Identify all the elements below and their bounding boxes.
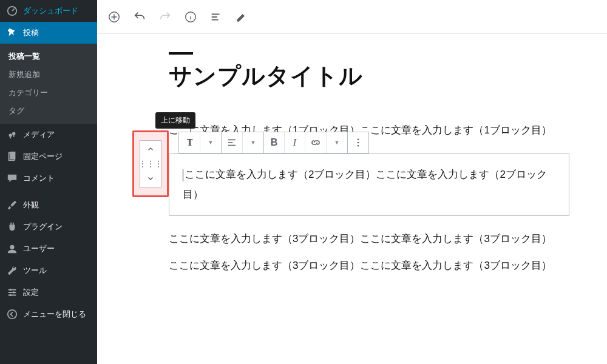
bold-button[interactable]: B [264, 132, 285, 153]
brush-icon [6, 199, 18, 211]
sidebar-item-collapse[interactable]: メニューを閉じる [0, 303, 97, 325]
svg-rect-16 [228, 143, 233, 144]
align-dropdown[interactable]: ▼ [243, 132, 263, 153]
svg-point-5 [10, 245, 14, 249]
svg-point-18 [358, 139, 359, 141]
collapse-icon [6, 308, 18, 320]
post-title-block[interactable]: サンプルタイトル [169, 52, 584, 92]
dashboard-icon [6, 5, 18, 17]
paragraph-block-3a[interactable]: ここに文章を入力します（3ブロック目）ここに文章を入力します（3ブロック目） [169, 229, 569, 249]
svg-rect-4 [10, 152, 15, 160]
sidebar-label: 外観 [23, 200, 39, 211]
title-accent [169, 52, 193, 55]
submenu-posts-cat[interactable]: カテゴリー [0, 84, 97, 102]
svg-point-19 [358, 142, 359, 144]
submenu-posts-list[interactable]: 投稿一覧 [0, 47, 97, 66]
post-title[interactable]: サンプルタイトル [169, 61, 584, 92]
svg-rect-13 [212, 16, 217, 18]
sidebar-label: コメント [23, 173, 55, 184]
sidebar-item-appearance[interactable]: 外観 [0, 194, 97, 216]
undo-button[interactable] [131, 8, 148, 25]
sidebar-label: ダッシュボード [23, 5, 78, 16]
svg-point-6 [10, 289, 12, 291]
link-button[interactable] [305, 132, 327, 153]
outline-button[interactable] [208, 8, 225, 25]
sidebar-item-media[interactable]: メディア [0, 124, 97, 146]
move-up-button[interactable] [140, 141, 161, 158]
user-icon [6, 243, 18, 255]
text-cursor [183, 169, 183, 181]
italic-button[interactable]: I [285, 132, 305, 153]
wrench-icon [6, 265, 18, 277]
plug-icon [6, 221, 18, 233]
svg-rect-12 [212, 13, 220, 15]
paragraph-text[interactable]: ここに文章を入力します（2ブロック目）ここに文章を入力します（2ブロック目） [183, 169, 547, 200]
sidebar-label: プラグイン [23, 221, 63, 232]
sidebar-label: 固定ページ [23, 151, 63, 162]
sidebar-label: 設定 [23, 287, 39, 298]
move-up-tooltip: 上に移動 [155, 112, 195, 129]
svg-point-9 [8, 310, 16, 318]
sidebar-item-comments[interactable]: コメント [0, 167, 97, 189]
sidebar-item-dashboard[interactable]: ダッシュボード [0, 0, 97, 22]
pin-icon [6, 27, 18, 39]
comment-icon [6, 172, 18, 184]
sidebar-item-plugins[interactable]: プラグイン [0, 216, 97, 238]
block-type-button[interactable] [179, 132, 200, 153]
sidebar-label: メニューを閉じる [23, 309, 86, 320]
sidebar-label: ツール [23, 265, 47, 276]
sidebar-item-tools[interactable]: ツール [0, 260, 97, 281]
sidebar-item-settings[interactable]: 設定 [0, 281, 97, 303]
add-block-button[interactable] [106, 8, 123, 25]
rich-text-more-dropdown[interactable]: ▼ [327, 132, 347, 153]
posts-submenu: 投稿一覧 新規追加 カテゴリー タグ [0, 44, 97, 124]
svg-rect-15 [228, 140, 236, 141]
svg-point-7 [13, 291, 15, 294]
block-mover: 上に移動 ⋮⋮⋮ [136, 134, 165, 194]
sidebar-label: 投稿 [23, 27, 39, 38]
move-down-button[interactable] [140, 170, 161, 187]
block-toolbar: ▼ ▼ B I ▼ [179, 132, 369, 153]
svg-rect-17 [228, 145, 236, 146]
block-type-dropdown[interactable]: ▼ [200, 132, 221, 153]
page-icon [6, 150, 18, 163]
redo-button[interactable] [157, 8, 174, 25]
svg-rect-14 [212, 19, 219, 20]
svg-point-20 [358, 145, 359, 147]
paragraph-block-2[interactable]: ここに文章を入力します（2ブロック目）ここに文章を入力します（2ブロック目） [169, 153, 569, 216]
sidebar-item-users[interactable]: ユーザー [0, 238, 97, 260]
selected-block-wrapper: 上に移動 ⋮⋮⋮ ▼ ▼ B I [120, 153, 584, 216]
sliders-icon [6, 286, 18, 298]
admin-sidebar: ダッシュボード 投稿 投稿一覧 新規追加 カテゴリー タグ メディア 固定ページ… [0, 0, 97, 364]
sidebar-label: ユーザー [23, 243, 55, 254]
drag-handle[interactable]: ⋮⋮⋮ [140, 158, 161, 170]
info-button[interactable] [182, 8, 199, 25]
edit-mode-button[interactable] [233, 8, 250, 25]
submenu-posts-tag[interactable]: タグ [0, 102, 97, 120]
paragraph-block-3b[interactable]: ここに文章を入力します（3ブロック目）ここに文章を入力します（3ブロック目） [169, 256, 569, 275]
sidebar-item-pages[interactable]: 固定ページ [0, 146, 97, 167]
block-more-options[interactable] [348, 132, 368, 153]
svg-point-2 [12, 132, 15, 135]
editor-canvas: サンプルタイトル ここに文章を入力します（1ブロック目）ここに文章を入力します（… [97, 34, 607, 364]
align-button[interactable] [222, 132, 243, 153]
sidebar-label: メディア [23, 129, 55, 140]
media-icon [6, 129, 18, 141]
svg-point-8 [10, 294, 12, 297]
editor-topbar [97, 0, 607, 34]
submenu-posts-new[interactable]: 新規追加 [0, 66, 97, 84]
svg-point-1 [9, 133, 12, 136]
sidebar-item-posts[interactable]: 投稿 [0, 22, 97, 44]
